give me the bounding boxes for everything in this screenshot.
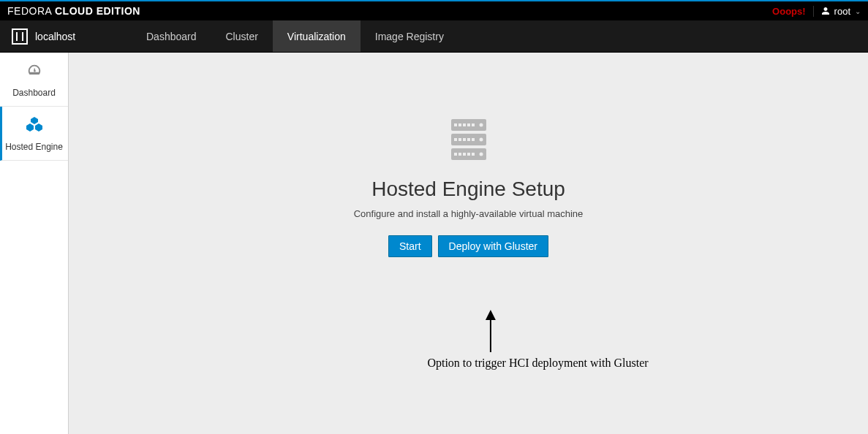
server-icon [12,28,28,45]
sidebar-item-label: Dashboard [12,88,56,98]
svg-rect-17 [472,153,475,156]
annotation: Option to trigger HCI deployment with Gl… [288,310,648,370]
svg-marker-22 [486,310,496,320]
topbar: FEDORA CLOUD EDITION Ooops! root ⌄ [0,0,868,20]
main-nav: localhost Dashboard Cluster Virtualizati… [0,20,868,53]
host-block[interactable]: localhost [0,20,132,52]
svg-point-19 [479,138,483,142]
brand-light: FEDORA [7,5,55,17]
brand: FEDORA CLOUD EDITION [7,5,140,17]
svg-rect-10 [463,138,466,141]
tab-cluster[interactable]: Cluster [211,20,273,52]
user-icon [821,7,830,15]
main-content: Hosted Engine Setup Configure and instal… [69,53,868,434]
sidebar-item-hosted-engine[interactable]: Hosted Engine [0,107,68,161]
svg-rect-6 [467,123,470,126]
svg-rect-8 [454,138,457,141]
tab-dashboard[interactable]: Dashboard [132,20,211,52]
brand-bold: CLOUD EDITION [55,5,140,17]
sidebar-item-label: Hosted Engine [5,142,63,152]
button-row: Start Deploy with Gluster [388,235,548,257]
deploy-gluster-button[interactable]: Deploy with Gluster [438,235,548,257]
svg-point-20 [479,153,483,156]
server-stack-icon [444,115,494,164]
arrow-icon [480,310,502,354]
warning-indicator[interactable]: Ooops! [772,6,814,17]
chevron-down-icon: ⌄ [855,7,861,15]
page-title: Hosted Engine Setup [371,178,565,201]
svg-rect-14 [458,153,461,156]
nav-tabs: Dashboard Cluster Virtualization Image R… [132,20,458,52]
svg-rect-13 [454,153,457,156]
svg-rect-7 [472,123,475,126]
page-subtitle: Configure and install a highly-available… [354,208,584,219]
tab-virtualization[interactable]: Virtualization [273,20,361,52]
tachometer-icon [3,63,65,85]
svg-rect-3 [454,123,457,126]
svg-point-18 [479,123,483,127]
user-menu[interactable]: root ⌄ [821,6,861,17]
svg-rect-11 [467,138,470,141]
workspace: Dashboard Hosted Engine Hosted Engine Se… [0,53,868,434]
svg-rect-4 [458,123,461,126]
svg-rect-5 [463,123,466,126]
start-button[interactable]: Start [388,235,432,257]
tab-image-registry[interactable]: Image Registry [361,20,458,52]
sidebar-item-dashboard[interactable]: Dashboard [0,53,68,107]
cubes-icon [3,117,65,139]
svg-rect-16 [467,153,470,156]
user-name: root [834,6,850,17]
side-nav: Dashboard Hosted Engine [0,53,69,434]
svg-rect-9 [458,138,461,141]
svg-rect-12 [472,138,475,141]
svg-rect-15 [463,153,466,156]
host-name: localhost [35,31,75,42]
annotation-text: Option to trigger HCI deployment with Gl… [427,357,648,370]
